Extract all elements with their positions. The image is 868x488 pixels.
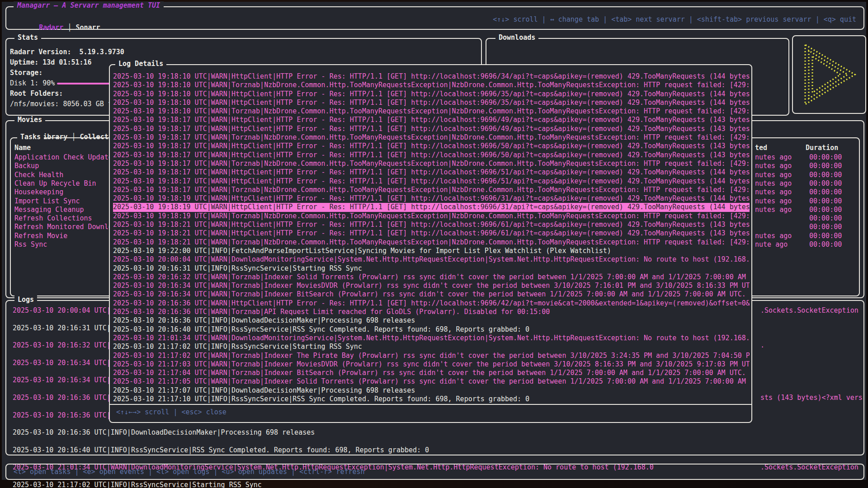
log-detail-row[interactable]: 2025-03-10 19:18:21 UTC|WARN|HttpClient|… [113, 229, 750, 238]
task-duration: 00:00:00 [809, 232, 842, 240]
top-keybindings: <↑↓> scroll | ↔ change tab | <tab> next … [493, 15, 856, 23]
log-detail-row[interactable]: 2025-03-10 20:00:04 UTC|WARN|DownloadMon… [113, 255, 750, 264]
log-detail-row[interactable]: 2025-03-10 20:16:32 UTC|WARN|Torznab|Ind… [113, 273, 750, 282]
task-name: Messaging Cleanup [14, 206, 84, 214]
log-detail-row[interactable]: 2025-03-10 19:18:17 UTC|WARN|HttpClient|… [113, 142, 750, 150]
task-last-executed: nutes ago [755, 153, 792, 162]
tab-radarr[interactable]: Radarr [39, 23, 63, 32]
log-detail-row[interactable]: 2025-03-10 20:16:36 UTC|WARN|Torznab|API… [113, 308, 750, 316]
log-row-right-fragment: .Sockets.SocketException ( [760, 306, 863, 315]
logs-title: Logs [14, 296, 37, 304]
tasks-duration-header: Duration [806, 144, 838, 152]
task-name: Backup [14, 162, 39, 170]
log-details-title: Log Details [115, 60, 166, 68]
uptime: Uptime: 13d 01:51:16 [10, 58, 92, 66]
root-folder-value: /nfs/movies: 8056.03 GB f [10, 100, 112, 108]
log-detail-row[interactable]: 2025-03-10 21:17:02 UTC|WARN|Torznab|Ind… [113, 352, 750, 360]
log-detail-row[interactable]: 2025-03-10 20:16:36 UTC|INFO|DownloadDec… [113, 316, 750, 325]
log-detail-row[interactable]: 2025-03-10 19:18:17 UTC|WARN|Torznab|Nzb… [113, 160, 750, 168]
tab-sonarr[interactable]: Sonarr [75, 23, 100, 32]
root-folders-label: Root Folders: [10, 89, 63, 98]
disk-usage-gauge [57, 83, 110, 84]
log-detail-row-selected[interactable]: 2025-03-10 19:18:19 UTC|WARN|HttpClient|… [113, 203, 750, 211]
log-row[interactable]: 2025-03-10 20:16:40 UTC|INFO|RssSyncServ… [13, 446, 863, 455]
log-detail-row[interactable]: 2025-03-10 21:01:34 UTC|WARN|DownloadMon… [113, 334, 750, 343]
log-detail-row[interactable]: 2025-03-10 20:16:40 UTC|INFO|RssSyncServ… [113, 325, 750, 334]
log-detail-row[interactable]: 2025-03-10 21:17:02 UTC|INFO|RssSyncServ… [113, 343, 750, 351]
task-last-executed: nutes ago [755, 171, 792, 179]
task-last-executed: nutes ago [755, 197, 792, 206]
log-row-text: 2025-03-10 21:17:02 UTC|INFO|RssSyncServ… [13, 481, 262, 488]
task-duration: 00:00:00 [809, 153, 842, 162]
log-detail-row[interactable]: 2025-03-10 19:18:10 UTC|WARN|HttpClient|… [113, 99, 750, 107]
log-detail-row[interactable]: 2025-03-10 19:18:17 UTC|WARN|Torznab|Nzb… [113, 186, 750, 194]
task-name: Housekeeping [14, 188, 63, 197]
log-detail-row[interactable]: 2025-03-10 21:17:07 UTC|INFO|DownloadDec… [113, 386, 750, 395]
log-row[interactable]: 2025-03-10 20:16:36 UTC|INFO|DownloadDec… [13, 428, 863, 437]
log-details-modal: Log Details 2025-03-10 19:18:10 UTC|WARN… [109, 64, 752, 423]
log-detail-row[interactable]: 2025-03-10 19:18:17 UTC|WARN|HttpClient|… [113, 168, 750, 177]
log-detail-row[interactable]: 2025-03-10 20:16:31 UTC|INFO|RssSyncServ… [113, 264, 750, 273]
log-detail-row[interactable]: 2025-03-10 19:18:10 UTC|WARN|Torznab|Nzb… [113, 81, 750, 89]
task-last-executed: nute ago [755, 240, 788, 249]
tab-separator: │ [63, 23, 75, 32]
task-name: Clean Up Recycle Bin [14, 179, 96, 188]
top-bar-panel: Managarr — A Servarr management TUI Rada… [5, 6, 864, 30]
task-name: Rss Sync [14, 240, 47, 249]
logo-panel [792, 35, 866, 114]
bottom-bar-panel: <t> open tasks | <e> open events | <l> o… [5, 464, 864, 480]
modal-keybindings: <↑↓←→> scroll | <esc> close [116, 408, 226, 416]
log-details-rows: 2025-03-10 19:18:10 UTC|WARN|HttpClient|… [113, 72, 750, 404]
downloads-title: Downloads [495, 33, 538, 42]
storage-label: Storage: [10, 69, 42, 77]
task-name: Refresh Monitored Downlo [14, 223, 113, 231]
task-duration: 00:00:00 [809, 223, 842, 231]
log-detail-row[interactable]: 2025-03-10 21:17:05 UTC|WARN|Torznab|Ind… [113, 377, 750, 386]
task-duration: 00:00:00 [809, 179, 842, 188]
log-row-text: 2025-03-10 20:16:40 UTC|INFO|RssSyncServ… [13, 446, 429, 454]
log-detail-row[interactable]: 2025-03-10 19:18:17 UTC|WARN|HttpClient|… [113, 151, 750, 160]
task-last-executed: nutes ago [755, 206, 792, 214]
log-detail-row[interactable]: 2025-03-10 19:18:10 UTC|WARN|HttpClient|… [113, 72, 750, 81]
disk-usage-label: Disk 1: 90% [10, 79, 55, 87]
bottom-keybindings: <t> open tasks | <e> open events | <l> o… [14, 468, 365, 476]
log-detail-row[interactable]: 2025-03-10 19:18:17 UTC|WARN|HttpClient|… [113, 177, 750, 186]
log-row-right-fragment: sts (143 bytes)<?xml versi [760, 394, 863, 402]
task-name: Refresh Collections [14, 214, 92, 223]
log-detail-row[interactable]: 2025-03-10 20:16:36 UTC|WARN|HttpClient|… [113, 299, 750, 308]
movies-title: Movies [14, 116, 45, 124]
log-detail-row[interactable]: 2025-03-10 19:18:21 UTC|WARN|Torznab|Nzb… [113, 238, 750, 247]
log-detail-row[interactable]: 2025-03-10 19:18:19 UTC|WARN|Torznab|Nzb… [113, 212, 750, 221]
log-detail-row[interactable]: 2025-03-10 20:16:34 UTC|WARN|Torznab|Ind… [113, 290, 750, 299]
tasks-title: Tasks [17, 133, 44, 141]
task-name: Import List Sync [14, 197, 80, 206]
task-name: Check Health [14, 171, 63, 179]
log-row[interactable]: 2025-03-10 21:17:02 UTC|INFO|RssSyncServ… [13, 481, 863, 488]
log-detail-row[interactable]: 2025-03-10 21:17:04 UTC|WARN|Torznab|Ind… [113, 369, 750, 377]
log-detail-row[interactable]: 2025-03-10 21:17:10 UTC|INFO|RssSyncServ… [113, 395, 750, 404]
task-duration: 00:00:00 [809, 240, 842, 249]
log-detail-row[interactable]: 2025-03-10 19:18:10 UTC|WARN|HttpClient|… [113, 90, 750, 99]
log-detail-row[interactable]: 2025-03-10 19:18:17 UTC|WARN|Torznab|Nzb… [113, 133, 750, 142]
modal-footer-divider [110, 404, 751, 405]
log-detail-row[interactable]: 2025-03-10 19:18:21 UTC|WARN|HttpClient|… [113, 221, 750, 229]
app-title: Managarr — A Servarr management TUI [14, 1, 164, 9]
log-detail-row[interactable]: 2025-03-10 19:18:17 UTC|WARN|HttpClient|… [113, 125, 750, 133]
task-last-executed: nutes ago [755, 179, 792, 188]
task-last-executed: nutes ago [755, 162, 792, 170]
task-last-executed: nutes ago [755, 232, 792, 240]
tasks-last-executed-header: ted [755, 144, 767, 152]
radarr-version: Radarr Version: 5.19.3.9730 [10, 48, 124, 56]
task-name: Refresh Movie [14, 232, 67, 240]
log-detail-row[interactable]: 2025-03-10 21:17:03 UTC|WARN|Torznab|Ind… [113, 360, 750, 369]
log-detail-row[interactable]: 2025-03-10 19:18:17 UTC|WARN|HttpClient|… [113, 116, 750, 124]
stats-title: Stats [14, 33, 41, 42]
task-duration: 00:00:00 [809, 206, 842, 214]
log-detail-row[interactable]: 2025-03-10 19:22:00 UTC|INFO|FetchAndPar… [113, 247, 750, 255]
log-detail-row[interactable]: 2025-03-10 19:18:19 UTC|WARN|HttpClient|… [113, 194, 750, 203]
log-detail-row[interactable]: 2025-03-10 20:16:34 UTC|WARN|Torznab|Ind… [113, 282, 750, 290]
task-duration: 00:00:00 [809, 214, 842, 223]
task-duration: 00:00:00 [809, 188, 842, 197]
task-duration: 00:00:00 [809, 162, 842, 170]
log-detail-row[interactable]: 2025-03-10 19:18:10 UTC|WARN|Torznab|Nzb… [113, 107, 750, 116]
